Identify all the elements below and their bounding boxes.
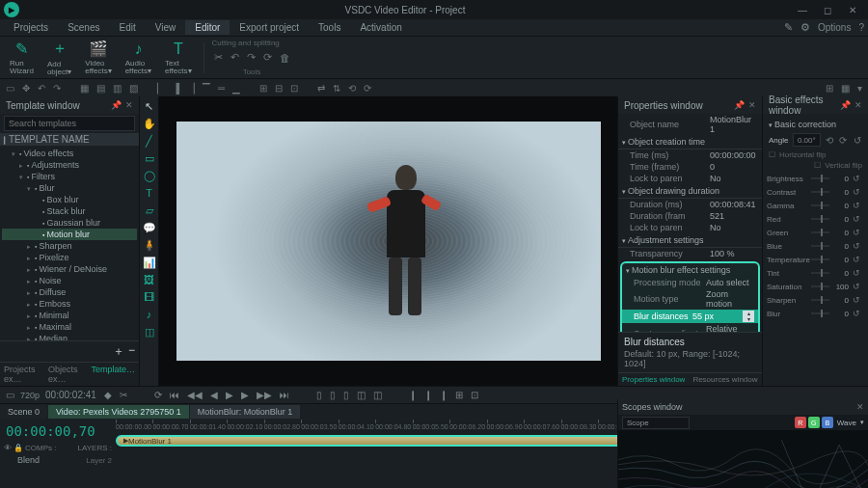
prop-row[interactable]: Lock to parenNo (618, 173, 762, 184)
ptb-d1[interactable]: ⊞ (258, 83, 269, 94)
tree-blur[interactable]: ▾▪ Blur (2, 182, 137, 194)
slider-sharpen[interactable]: Sharpen0↺ (767, 293, 864, 307)
ribbon-run[interactable]: ✎RunWizard (6, 37, 38, 78)
pb-res-icon[interactable]: ▭ (4, 390, 16, 400)
maximize-button[interactable]: ◻ (816, 2, 839, 17)
template-tree[interactable]: ▾▪ Video effects▸▪ Adjustments▾▪ Filters… (0, 146, 139, 340)
props-close-icon[interactable]: ✕ (748, 100, 756, 110)
vt-chat-icon[interactable]: 💬 (142, 220, 157, 235)
pb-marker-icon[interactable]: ◆ (102, 390, 114, 400)
ptb-t4[interactable]: ▧ (127, 83, 140, 94)
pb-snap5[interactable]: ⊡ (469, 390, 480, 400)
pb-btn4[interactable]: ◫ (355, 390, 367, 400)
tree-pixelize[interactable]: ▸▪ Pixelize (2, 252, 137, 263)
scope-ch-B[interactable]: B (822, 417, 833, 428)
prop-row[interactable]: Time (frame)0 (618, 161, 762, 173)
mb-row-1[interactable]: Motion typeZoom motion (622, 288, 758, 310)
angle-input[interactable]: 0.00° (793, 133, 821, 147)
reset-icon[interactable]: ↺ (853, 187, 864, 197)
tree-motion-blur[interactable]: ▪ Motion blur (2, 229, 137, 240)
pb-snap2[interactable]: ❙ (422, 390, 434, 400)
ptb-undo[interactable]: ↶ (36, 83, 47, 94)
pb-btn2[interactable]: ▯ (328, 390, 338, 400)
ribbon-audio[interactable]: ♪Audioeffects▾ (122, 37, 155, 78)
slider-blue[interactable]: Blue0↺ (767, 239, 864, 253)
ptb-align-c[interactable]: ▐ (171, 83, 181, 94)
tpl-add-button[interactable]: ＋ (113, 343, 124, 360)
ptb-flip-v[interactable]: ⇅ (331, 83, 342, 94)
tree-wiener-denoise[interactable]: ▸▪ Wiener / DeNoise (2, 263, 137, 275)
pb-cut-icon[interactable]: ✂ (118, 390, 129, 400)
slider-brightness[interactable]: Brightness0↺ (767, 172, 864, 185)
reset-icon[interactable]: ↺ (853, 268, 864, 278)
settings-icon[interactable]: ⚙ (800, 21, 810, 34)
tree-filters[interactable]: ▾▪ Filters (2, 171, 137, 182)
reset-icon[interactable]: ↺ (853, 255, 864, 264)
props-pin-icon[interactable]: 📌 (734, 100, 745, 110)
ptb-select[interactable]: ▭ (4, 83, 16, 94)
minimize-button[interactable]: — (791, 2, 814, 17)
pb-resolution[interactable]: 720p (20, 391, 40, 400)
ptb-align-b[interactable]: ▁ (231, 83, 242, 94)
vt-video-icon[interactable]: 🎞 (142, 289, 157, 305)
slider-tint[interactable]: Tint0↺ (767, 266, 864, 280)
slider-contrast[interactable]: Contrast0↺ (767, 185, 864, 199)
mb-row-2[interactable]: Blur distances55 px▴▾ (622, 310, 758, 323)
vt-hand-icon[interactable]: ✋ (142, 116, 157, 131)
vt-image-icon[interactable]: 🖼 (142, 272, 157, 287)
pb-prev-icon[interactable]: ◀◀ (185, 390, 204, 400)
mb-row-0[interactable]: Processing modeAuto select (622, 277, 758, 288)
cut-button[interactable]: ✂ (212, 49, 225, 66)
pb-stepfwd-icon[interactable]: ▶ (239, 390, 251, 400)
vt-person-icon[interactable]: 🧍 (142, 237, 157, 253)
slider-temperature[interactable]: Temperature0↺ (767, 253, 864, 266)
ptb-grid[interactable]: ⊞ (824, 83, 835, 94)
slider-blur[interactable]: Blur0↺ (767, 307, 864, 320)
tree-median[interactable]: ▸▪ Median (2, 333, 137, 340)
menu-export-project[interactable]: Export project (230, 20, 309, 35)
vt-chart-icon[interactable]: 📊 (142, 255, 157, 270)
scopes-close-icon[interactable]: ✕ (856, 402, 864, 412)
ptb-align-r[interactable]: ▕ (185, 83, 197, 94)
scopes-wave-dropdown[interactable]: ▾ (860, 419, 864, 426)
vt-rect-icon[interactable]: ▭ (142, 150, 157, 166)
rotate-cw-icon[interactable]: ⟳ (838, 133, 848, 147)
close-button[interactable]: ✕ (841, 2, 864, 17)
ptb-t2[interactable]: ▤ (95, 83, 107, 94)
reset-icon[interactable]: ↺ (853, 201, 864, 210)
vt-ellipse-icon[interactable]: ◯ (142, 168, 157, 183)
options-menu[interactable]: Options (818, 22, 851, 33)
props-tab-resources[interactable]: Resources window (689, 373, 761, 386)
menu-tools[interactable]: Tools (309, 20, 350, 35)
tree-video-effects[interactable]: ▾▪ Video effects (2, 148, 137, 159)
vt-text-icon[interactable]: T (142, 185, 157, 201)
mb-row-3[interactable]: Center coordinatRelative coordinate (622, 323, 758, 332)
reset-icon[interactable]: ↺ (853, 174, 864, 183)
ptb-move[interactable]: ✥ (20, 83, 32, 94)
ribbon-video[interactable]: 🎬Videoeffects▾ (81, 37, 115, 78)
tree-stack-blur[interactable]: ▪ Stack blur (2, 205, 137, 217)
vt-sprite-icon[interactable]: ◫ (142, 324, 157, 339)
tl-tab-motionblur[interactable]: MotionBlur: MotionBlur 1 (190, 405, 301, 419)
pb-snap1[interactable]: ❙ (407, 390, 419, 400)
ptb-rot-r[interactable]: ⟳ (362, 83, 373, 94)
prop-row[interactable]: Time (ms)00:00:00:00 (618, 149, 762, 161)
scopes-mode-select[interactable]: Scope (622, 417, 690, 429)
tl-tab-scene[interactable]: Scene 0 (0, 405, 47, 419)
menu-projects[interactable]: Projects (4, 20, 58, 35)
ptb-t3[interactable]: ▥ (111, 83, 123, 94)
tl-tab-video[interactable]: Video: Pexels Videos 2795750 1 (48, 405, 189, 419)
refresh-button[interactable]: ⟳ (261, 49, 274, 66)
basic-pin-icon[interactable]: 📌 (840, 100, 851, 110)
tree-sharpen[interactable]: ▸▪ Sharpen (2, 240, 137, 252)
ptb-d2[interactable]: ⊟ (273, 83, 285, 94)
step-down[interactable]: ▾ (743, 316, 754, 322)
menu-editor[interactable]: Editor (185, 20, 230, 35)
pb-play-icon[interactable]: ▶ (224, 390, 235, 400)
prop-row[interactable]: Transparency100 % (618, 248, 762, 259)
pb-btn3[interactable]: ▯ (341, 390, 351, 400)
pb-stepback-icon[interactable]: ◀ (208, 390, 220, 400)
redo-button[interactable]: ↷ (245, 49, 258, 66)
pb-loop-icon[interactable]: ⟳ (152, 390, 164, 400)
tree-gaussian-blur[interactable]: ▪ Gaussian blur (2, 217, 137, 229)
